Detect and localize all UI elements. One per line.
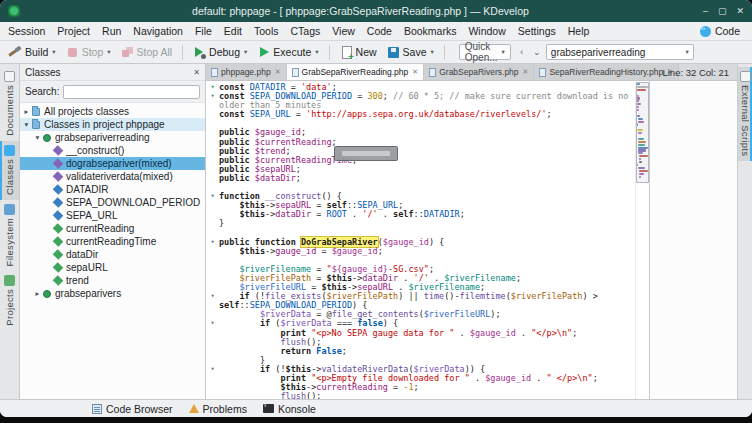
expander-icon[interactable]: ▸ [22, 107, 31, 116]
expander-icon[interactable]: ▾ [22, 120, 31, 129]
projects-icon [4, 275, 15, 286]
dock-tab-documents[interactable]: Documents [0, 67, 19, 141]
dock-tab-external-scripts[interactable]: External Scripts [738, 67, 752, 161]
code-area[interactable]: ▾const DATADIR = 'data';▾const SEPA_DOWN… [206, 81, 635, 399]
code-editor[interactable]: ▾const DATADIR = 'data';▾const SEPA_DOWN… [206, 81, 649, 399]
editor-column: phppage.php✕GrabSepaRiverReading.php✕Gra… [206, 64, 737, 399]
tree-item-dograbsepariver-mixed[interactable]: dograbsepariver(mixed) [20, 157, 205, 170]
tab-close-icon[interactable]: ✕ [412, 68, 418, 76]
minimap-scrollbar[interactable] [635, 81, 649, 399]
fold-marker[interactable]: ▾ [206, 238, 219, 247]
tab-close-icon[interactable]: ✕ [523, 68, 529, 76]
toolbar-execute-button[interactable]: Execute▾ [253, 44, 322, 61]
tab-phppage-php[interactable]: phppage.php✕ [206, 64, 287, 80]
menu-help[interactable]: Help [562, 22, 596, 40]
search-nav-button-1[interactable]: ⌄ [530, 45, 544, 60]
problems-button[interactable]: Problems [183, 402, 253, 416]
toolbar-save-button[interactable]: Save▾ [383, 44, 438, 61]
dock-tab-label: Projects [4, 289, 15, 326]
menu-bookmarks[interactable]: Bookmarks [398, 22, 463, 40]
search-nav-button-0[interactable]: ‹ [515, 45, 529, 60]
tree-item-sepa-download-period[interactable]: SEPA_DOWNLOAD_PERIOD [20, 196, 205, 209]
tab-grabseparivers-php[interactable]: GrabSepaRivers.php✕ [424, 64, 534, 80]
menu-project[interactable]: Project [51, 22, 96, 40]
tree-item-sepa-url[interactable]: SEPA_URL [20, 209, 205, 222]
code-token: ); [490, 309, 500, 319]
toolbar-build-button[interactable]: Build▾ [5, 44, 60, 61]
dock-tab-projects[interactable]: Projects [0, 271, 19, 331]
tree-item-datadir[interactable]: dataDir [20, 248, 205, 261]
fold-marker[interactable]: ▾ [206, 92, 219, 110]
code-token: . [516, 328, 531, 338]
code-line: $this->gauge_id = $gauge_id; [206, 247, 635, 256]
code-token: "</p>\n" [531, 328, 572, 338]
menu-session[interactable]: Session [2, 22, 51, 40]
tree-item-currentreading[interactable]: currentReading [20, 222, 205, 235]
menu-edit[interactable]: Edit [218, 22, 248, 40]
chevron-down-icon[interactable]: ▾ [686, 48, 693, 56]
dock-tab-filesystem[interactable]: Filesystem [0, 200, 19, 271]
code-token: $gauge_id [485, 373, 531, 383]
menu-code[interactable]: Code [361, 22, 398, 40]
area-switcher-code[interactable]: Code [690, 25, 750, 37]
menu-run[interactable]: Run [96, 22, 127, 40]
code-token: } [219, 218, 224, 228]
editor-tabbar: phppage.php✕GrabSepaRiverReading.php✕Gra… [206, 64, 737, 81]
maximize-icon[interactable]: ▢ [718, 5, 727, 17]
tree-item-datadir[interactable]: DATADIR [20, 183, 205, 196]
toolbar-debug-button[interactable]: Debug▾ [189, 44, 251, 61]
fold-marker[interactable]: ▾ [206, 192, 219, 201]
code-token: ()- [444, 291, 459, 301]
classes-search-input[interactable] [63, 85, 200, 99]
tree-item-validateriverdata-mixed[interactable]: validateriverdata(mixed) [20, 170, 205, 183]
tab-separiverreadinghistory-php[interactable]: SepaRiverReadingHistory.php✕ [534, 64, 679, 80]
dock-tab-classes[interactable]: Classes [0, 141, 19, 200]
close-icon[interactable]: ✕ [736, 5, 744, 17]
panel-close-icon[interactable]: ✕ [193, 68, 200, 77]
minimap-view-rect[interactable] [636, 82, 649, 183]
tree-item-currentreadingtime[interactable]: currentReadingTime [20, 235, 205, 248]
konsole-button[interactable]: Konsole [257, 402, 322, 416]
fold-marker[interactable]: ▾ [206, 319, 219, 328]
tree-item-construct[interactable]: __construct() [20, 144, 205, 157]
expander-icon[interactable]: ▸ [33, 289, 42, 298]
fold-marker[interactable]: ▾ [206, 365, 219, 374]
menu-file[interactable]: File [189, 22, 218, 40]
code-line: flush(); [206, 392, 635, 399]
minimize-icon[interactable]: – [703, 5, 708, 17]
menu-ctags[interactable]: CTags [284, 22, 326, 40]
tree-item-grabsepariverreading[interactable]: ▾grabsepariverreading [20, 131, 205, 144]
search-input[interactable] [547, 47, 685, 58]
external-scripts-panel [649, 81, 737, 399]
menu-window[interactable]: Window [462, 22, 511, 40]
code-text: flush(); [219, 392, 635, 399]
code-token: -> [265, 246, 275, 256]
menu-tools[interactable]: Tools [248, 22, 285, 40]
tab-close-icon[interactable]: ✕ [275, 68, 281, 76]
toolbar-stop-all-button[interactable]: Stop All [117, 44, 177, 61]
tree-item-sepaurl[interactable]: sepaURL [20, 261, 205, 274]
code-token: DATADIR [424, 209, 460, 219]
tab-grabsepariverreading-php[interactable]: GrabSepaRiverReading.php✕ [287, 64, 425, 80]
quick-open-button[interactable]: Quick Open... ▾ [459, 44, 511, 60]
toolbar-new-button[interactable]: New [336, 44, 381, 61]
menu-view[interactable]: View [326, 22, 361, 40]
menu-settings[interactable]: Settings [512, 22, 562, 40]
expander-icon[interactable]: ▾ [33, 133, 42, 142]
field-icon [53, 275, 64, 286]
toolbar-stop-button[interactable]: Stop▾ [62, 44, 115, 61]
tree-item-all-projects-classes[interactable]: ▸All projects classes [20, 105, 205, 118]
menu-navigation[interactable]: Navigation [127, 22, 189, 40]
chevron-down-icon: ▾ [315, 48, 318, 56]
titlebar[interactable]: default: phppage - [ phppage:GrabSepaRiv… [0, 0, 752, 22]
code-browser-button[interactable]: Code Browser [86, 402, 179, 416]
fold-marker[interactable]: ▾ [206, 83, 219, 92]
fold-marker[interactable]: ▾ [206, 292, 219, 310]
stop-icon [66, 46, 79, 59]
code-token: ; [414, 382, 419, 392]
tree-item-trend[interactable]: trend [20, 274, 205, 287]
search-combobox[interactable]: ▾ [546, 44, 694, 60]
tree-item-classes-in-project-phppage[interactable]: ▾Classes in project phppage [20, 118, 205, 131]
code-token: ) || [398, 291, 424, 301]
tree-item-grabseparivers[interactable]: ▸grabseparivers [20, 287, 205, 300]
